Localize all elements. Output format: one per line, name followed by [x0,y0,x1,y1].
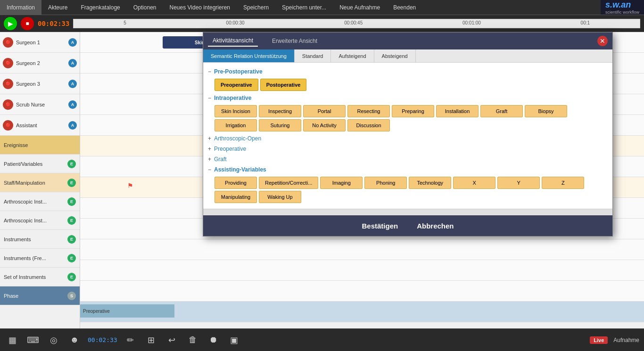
menu-item-fragenkataloge[interactable]: Fragenkataloge [74,0,126,15]
btn-installation[interactable]: Installation [436,105,479,117]
btn-biopsy[interactable]: Biopsy [525,105,567,117]
actor-surgeon3[interactable]: 🔴 Surgeon 3 A [0,73,80,94]
section-instruments[interactable]: Instruments E [0,230,80,249]
android-icon[interactable]: ☻ [67,333,82,348]
actor-surgeon1[interactable]: 🔴 Surgeon 1 A [0,32,80,53]
btn-inspecting[interactable]: Inspecting [259,105,301,117]
timeline-ruler[interactable]: 5 00:00:30 00:00:45 00:01:00 00:1 [73,19,640,28]
pencil-icon[interactable]: ✏ [123,333,138,348]
section-label-arthroscopic1: Arthroscopic Inst... [4,199,65,204]
btn-postoperative[interactable]: Postoperative [260,79,307,91]
table-icon[interactable]: ▦ [5,333,20,348]
btn-preparing[interactable]: Preparing [392,105,434,117]
btn-technology[interactable]: Technology [409,177,451,189]
monitor-icon[interactable]: ▣ [227,333,242,348]
actor-scrub-nurse[interactable]: 🔴 Scrub Nurse A [0,94,80,115]
modal-sub-tabs: Semantic Relation Unterstützung Standard… [203,49,612,63]
intraoperative-buttons: Skin Incision Inspecting Portal Resectin… [207,103,609,133]
section-assisting-variables-header[interactable]: − Assisting-Variables [207,164,609,175]
bottom-time-display: 00:02:33 [88,336,117,343]
track-set-instruments [80,281,644,302]
btn-discussion[interactable]: Discussion [347,119,390,131]
btn-portal[interactable]: Portal [303,105,346,117]
menu-item-speichern-unter[interactable]: Speichern unter... [275,0,333,15]
sub-tab-standard[interactable]: Standard [295,49,331,62]
menu-item-akteure[interactable]: Akteure [41,0,74,15]
play-button[interactable]: ▶ [4,17,17,30]
section-label-set-instruments: Set of Instruments [4,274,65,280]
surgeon1-icon: 🔴 [3,37,13,48]
section-staff-manipulation[interactable]: Staff/Manipulation E [0,173,80,192]
track-phase: Preoperative [80,302,644,322]
compass-icon[interactable]: ◎ [46,333,61,348]
section-set-instruments[interactable]: Set of Instruments E [0,268,80,286]
cancel-button[interactable]: Abbrechen [417,222,454,230]
menu-bar: Information Akteure Fragenkataloge Optio… [0,0,644,15]
modal-tab-aktivitat[interactable]: Aktivitätsansicht [208,35,258,47]
btn-x[interactable]: X [453,177,495,189]
section-badge-arthroscopic1: E [67,197,76,206]
undo-icon[interactable]: ↩ [165,333,180,348]
copy-icon[interactable]: ⊞ [144,333,159,348]
btn-waking-up[interactable]: Waking Up [259,191,301,203]
section-patient-variables[interactable]: Patient/Variables E [0,155,80,173]
section-intraoperative-header[interactable]: − Intraoperative [207,93,609,103]
btn-phoning[interactable]: Phoning [364,177,407,189]
btn-graft[interactable]: Graft [480,105,523,117]
section-label-ereignisse: Ereignisse [4,142,76,148]
keyboard-icon[interactable]: ⌨ [25,333,41,348]
section-pre-postoperative-header[interactable]: − Pre-Postoperative [207,66,609,77]
record-icon[interactable]: ⏺ [206,333,221,348]
sub-tab-absteigend[interactable]: Absteigend [374,49,416,62]
btn-suturing[interactable]: Suturing [259,119,301,131]
actor-badge-scrub-nurse: A [68,100,77,109]
sub-tab-semantic[interactable]: Semantic Relation Unterstützung [203,49,295,62]
btn-providing[interactable]: Providing [215,177,257,189]
section-ereignisse[interactable]: Ereignisse [0,136,80,155]
trash-icon[interactable]: 🗑 [185,333,200,348]
modal-footer: Bestätigen Abbrechen [203,215,612,236]
btn-manipulating[interactable]: Manipulating [215,191,257,203]
modal-close-button[interactable]: ✕ [597,36,608,46]
menu-item-beenden[interactable]: Beenden [387,0,422,15]
actor-surgeon2[interactable]: 🔴 Surgeon 2 A [0,53,80,73]
btn-z[interactable]: Z [542,177,584,189]
section-arthroscopic-1[interactable]: Arthroscopic Inst... E [0,192,80,211]
section-preoperative-collapsed[interactable]: + Preoperative [207,144,609,154]
btn-repetition[interactable]: Repetition/Correcti... [259,177,318,189]
section-arthroscopic-open[interactable]: + Arthroscopic-Open [207,133,609,144]
preoperative-collapsed-label: Preoperative [214,146,246,152]
section-badge-set-instruments: E [67,273,76,281]
menu-item-optionen[interactable]: Optionen [127,0,163,15]
menu-item-information[interactable]: Information [0,0,41,15]
assistant-icon: 🔴 [3,120,13,131]
section-instruments-fre[interactable]: Instruments (Fre... E [0,249,80,268]
confirm-button[interactable]: Bestätigen [362,222,398,230]
btn-no-activity[interactable]: No Activity [303,119,346,131]
actor-name-scrub-nurse: Scrub Nurse [16,102,66,107]
assisting-label: Assisting-Variables [214,166,266,173]
btn-y[interactable]: Y [497,177,540,189]
aufnahme-label: Aufnahme [613,337,639,343]
actor-assistant[interactable]: 🔴 Assistant A [0,115,80,136]
menu-item-neues-video[interactable]: Neues Video integrieren [163,0,237,15]
section-phase[interactable]: Phase S [0,286,80,305]
section-label-patient: Patient/Variables [4,161,65,167]
section-arthroscopic-2[interactable]: Arthroscopic Inst... E [0,211,80,230]
stop-button[interactable]: ■ [21,17,34,30]
btn-imaging[interactable]: Imaging [320,177,363,189]
btn-resecting[interactable]: Resecting [347,105,390,117]
sub-tab-aufsteigend[interactable]: Aufsteigend [331,49,374,62]
toggle-arthroscopic-open: + [208,135,211,142]
toggle-assisting: − [208,166,211,173]
section-badge-arthroscopic2: E [67,216,76,225]
btn-skin-incision[interactable]: Skin Incision [215,105,257,117]
activity-modal: Aktivitätsansicht Erweiterte Ansicht ✕ S… [203,32,613,237]
section-graft-collapsed[interactable]: + Graft [207,154,609,164]
menu-item-speichern[interactable]: Speichern [237,0,275,15]
menu-item-neue-aufnahme[interactable]: Neue Aufnahme [333,0,387,15]
btn-preoperative[interactable]: Preoperative [215,79,258,91]
modal-tab-erweitert[interactable]: Erweiterte Ansicht [267,36,322,46]
modal-horizontal-scrollbar[interactable] [203,209,612,215]
btn-irrigation[interactable]: Irrigation [215,119,257,131]
